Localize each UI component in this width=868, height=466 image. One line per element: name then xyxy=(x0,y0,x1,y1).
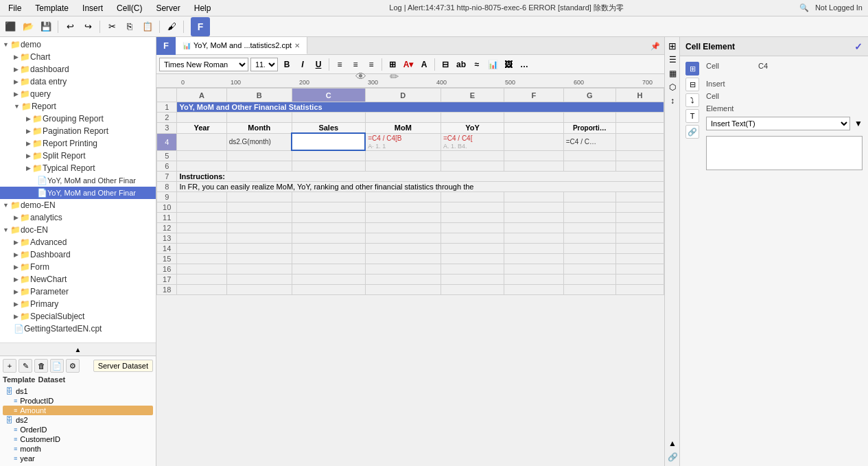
insert-type-select[interactable]: Insert Text(T) xyxy=(706,117,850,130)
sidebar-item-demo-en[interactable]: ▼ 📁 demo-EN xyxy=(0,199,156,211)
save-btn[interactable]: 💾 xyxy=(38,19,54,34)
row-header-18[interactable]: 18 xyxy=(157,284,177,294)
col-header-f[interactable]: F xyxy=(504,89,564,102)
sidebar-item-typicalreport[interactable]: ▶ 📁 Typical Report xyxy=(0,162,156,174)
sidebar-item-newchart[interactable]: ▶ 📁 NewChart xyxy=(0,273,156,286)
strip-icon-5[interactable]: ↕ xyxy=(666,95,679,107)
col-header-c[interactable]: C xyxy=(292,89,365,102)
cell-2f[interactable] xyxy=(504,113,564,123)
merge-btn[interactable]: ⊞ xyxy=(386,58,399,71)
strip-icon-link[interactable]: 🔗 xyxy=(666,451,679,463)
cell-6f[interactable] xyxy=(504,161,564,171)
col-header-b[interactable]: B xyxy=(226,89,292,102)
ds2-field-orderid[interactable]: ≡ OrderID xyxy=(3,425,153,434)
sidebar-item-query[interactable]: ▶ 📁 query xyxy=(0,88,156,100)
italic-btn[interactable]: I xyxy=(296,58,309,71)
col-header-d[interactable]: D xyxy=(365,89,441,102)
cut-btn[interactable]: ✂ xyxy=(104,19,119,34)
sidebar-item-reportprinting[interactable]: ▶ 📁 Report Printing xyxy=(0,137,156,150)
cell-4e[interactable]: =C4 / C4[A. 1. B4. xyxy=(441,133,504,150)
sidebar-item-primary[interactable]: ▶ 📁 Primary xyxy=(0,298,156,310)
panel-icon-text[interactable]: T xyxy=(685,109,699,123)
row-header-9[interactable]: 9 xyxy=(157,191,177,202)
cell-4a[interactable] xyxy=(177,133,226,150)
font-color-btn[interactable]: A xyxy=(417,58,431,71)
paint-btn[interactable]: 🖌 xyxy=(164,19,179,34)
cell-5a[interactable] xyxy=(177,150,226,161)
strip-icon-1[interactable]: ⊞ xyxy=(666,40,679,52)
cell-4f[interactable] xyxy=(504,133,564,150)
sheet-area[interactable]: A B C D E F G H 1 xyxy=(156,88,664,466)
cell-5e[interactable] xyxy=(441,150,504,161)
cell-3f[interactable] xyxy=(504,123,564,134)
cell-3c[interactable]: Sales xyxy=(292,123,365,134)
cell-4d[interactable]: =C4 / C4[BA· 1. 1 xyxy=(365,133,441,150)
cell-6h[interactable] xyxy=(615,161,664,171)
align-right-btn[interactable]: ≡ xyxy=(364,58,378,71)
ds2-field-customerid[interactable]: ≡ CustomerID xyxy=(3,434,153,444)
delete-dataset-btn[interactable]: 🗑 xyxy=(34,359,48,373)
menu-file[interactable]: File xyxy=(5,2,24,14)
col-header-g[interactable]: G xyxy=(563,89,615,102)
cell-3e[interactable]: YoY xyxy=(441,123,504,134)
cell-6e[interactable] xyxy=(441,161,504,171)
more-btn[interactable]: … xyxy=(517,58,531,71)
cell-4b[interactable]: ds2.G(month) xyxy=(226,133,292,150)
border-btn[interactable]: ⊟ xyxy=(438,58,452,71)
cell-2b[interactable] xyxy=(226,113,292,123)
cell-6a[interactable] xyxy=(177,161,226,171)
cell-5c[interactable] xyxy=(292,150,365,161)
underline-btn[interactable]: U xyxy=(312,58,325,71)
row-header-13[interactable]: 13 xyxy=(157,233,177,243)
panel-icon-arrow[interactable]: ⤵ xyxy=(685,93,699,107)
cell-3a[interactable]: Year xyxy=(177,123,226,134)
menu-cell[interactable]: Cell(C) xyxy=(114,2,145,14)
title-cell[interactable]: YoY, MoM and Other Financial Statistics xyxy=(177,102,664,113)
sidebar-item-chart[interactable]: ▶ 📁 Chart xyxy=(0,51,156,63)
menu-template[interactable]: Template xyxy=(32,2,71,14)
undo-btn[interactable]: ↩ xyxy=(62,19,78,34)
sidebar-item-report[interactable]: ▼ 📁 Report xyxy=(0,100,156,113)
cell-5b[interactable] xyxy=(226,150,292,161)
panel-icon-expand[interactable]: ⊟ xyxy=(685,78,699,91)
dropdown-icon[interactable]: ▼ xyxy=(854,119,863,128)
row-header-16[interactable]: 16 xyxy=(157,264,177,274)
panel-icon-grid[interactable]: ⊞ xyxy=(685,62,699,75)
chart-insert-btn[interactable]: 📊 xyxy=(486,58,500,71)
scroll-up-indicator[interactable]: ▲ xyxy=(0,342,156,356)
font-size-select[interactable]: 11.0 xyxy=(250,58,278,71)
paste-btn[interactable]: 📋 xyxy=(140,19,155,34)
cell-7a[interactable]: Instructions: xyxy=(177,171,664,181)
cell-2g[interactable] xyxy=(563,113,615,123)
panel-icon-chain[interactable]: 🔗 xyxy=(685,125,699,139)
row-header-10[interactable]: 10 xyxy=(157,202,177,212)
cell-4h[interactable] xyxy=(615,133,664,150)
align-left-btn[interactable]: ≡ xyxy=(333,58,347,71)
preview-icon[interactable]: 👁 xyxy=(355,71,366,83)
row-header-5[interactable]: 5 xyxy=(157,150,177,161)
cell-3b[interactable]: Month xyxy=(226,123,292,134)
sidebar-item-parameter[interactable]: ▶ 📁 Parameter xyxy=(0,286,156,298)
sidebar-item-doc-en[interactable]: ▼ 📁 doc-EN xyxy=(0,224,156,236)
row-header-11[interactable]: 11 xyxy=(157,212,177,222)
col-header-e[interactable]: E xyxy=(441,89,504,102)
cell-4g[interactable]: =C4 / C… xyxy=(563,133,615,150)
cell-6b[interactable] xyxy=(226,161,292,171)
row-header-7[interactable]: 7 xyxy=(157,171,177,181)
redo-btn[interactable]: ↪ xyxy=(80,19,95,34)
cell-5d[interactable] xyxy=(365,150,441,161)
active-tab[interactable]: 📊 YoY, MoM and ...tatistics2.cpt ✕ xyxy=(176,37,307,54)
dataset-ds1[interactable]: 🗄 ds1 xyxy=(3,386,153,396)
cell-3g[interactable]: Proporti… xyxy=(563,123,615,134)
ds2-field-year[interactable]: ≡ year xyxy=(3,454,153,463)
add-dataset-btn[interactable]: + xyxy=(3,359,16,373)
cell-2e[interactable] xyxy=(441,113,504,123)
cell-2h[interactable] xyxy=(615,113,664,123)
sidebar-item-demo[interactable]: ▼ 📁 demo xyxy=(0,38,156,51)
cell-2d[interactable] xyxy=(365,113,441,123)
cell-4c[interactable] xyxy=(292,133,365,150)
row-header-12[interactable]: 12 xyxy=(157,222,177,233)
sidebar-item-dashboard[interactable]: ▶ 📁 dashboard xyxy=(0,63,156,75)
cell-6g[interactable] xyxy=(563,161,615,171)
strip-icon-2[interactable]: ☰ xyxy=(666,54,679,66)
